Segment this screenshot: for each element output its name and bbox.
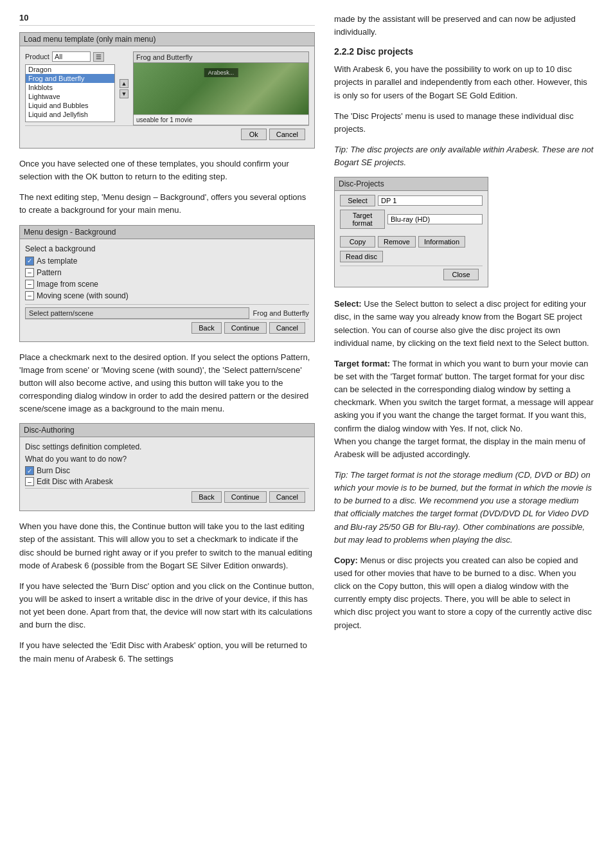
md-widget-body: Select a background ✓ As template – Patt… bbox=[20, 239, 314, 341]
list-item[interactable]: Liquid and Bubbles bbox=[26, 101, 114, 110]
right-text2: The 'Disc Projects' menu is used to mana… bbox=[334, 110, 594, 136]
md-scene-value: Frog and Butterfly bbox=[253, 309, 309, 317]
lmt-template-list[interactable]: Dragon Frog and Butterfly Inkblots Light… bbox=[25, 64, 115, 122]
dp-widget-body: Select Target format Copy Remove Informa… bbox=[335, 191, 488, 287]
list-item[interactable]: Inkblots bbox=[26, 83, 114, 92]
dp-close-row: Close bbox=[340, 266, 483, 283]
da-widget-title: Disc-Authoring bbox=[20, 424, 314, 437]
da-burn-row: ✓ Burn Disc bbox=[25, 466, 309, 475]
md-option-template-row: ✓ As template bbox=[25, 257, 309, 266]
checkbox-template[interactable]: ✓ bbox=[25, 257, 34, 266]
list-item[interactable]: Dragon bbox=[26, 65, 114, 74]
checkbox-image[interactable]: – bbox=[25, 280, 34, 289]
left-text2: The next editing step, 'Menu design – Ba… bbox=[19, 191, 315, 217]
da-continue-button[interactable]: Continue bbox=[224, 491, 267, 503]
lmt-preview-footer: useable for 1 movie bbox=[134, 114, 308, 125]
lmt-product-select[interactable]: All bbox=[52, 51, 91, 62]
dp-copy-button[interactable]: Copy bbox=[340, 236, 375, 248]
right-text1: With Arabesk 6, you have the possibility… bbox=[334, 63, 594, 102]
left-column: 10 Load menu template (only main menu) P… bbox=[19, 13, 315, 673]
md-bottom-row: Select pattern/scene Frog and Butterfly bbox=[25, 304, 309, 319]
right-column: made by the assistant will be preserved … bbox=[334, 13, 594, 673]
checkbox-burn[interactable]: ✓ bbox=[25, 466, 34, 475]
menu-design-widget: Menu design - Background Select a backgr… bbox=[19, 225, 315, 342]
dp-select-row: Select bbox=[340, 195, 483, 206]
lmt-scroll-controls: ▲ ▼ bbox=[119, 51, 129, 125]
left-text1: Once you have selected one of these temp… bbox=[19, 158, 315, 183]
dp-info-button[interactable]: Information bbox=[418, 236, 465, 248]
dp-select-field[interactable] bbox=[378, 195, 483, 206]
lmt-preview-image: Arabesk... bbox=[134, 63, 308, 114]
md-option-image-label: Image from scene bbox=[37, 280, 98, 289]
left-text3: Place a checkmark next to the desired op… bbox=[19, 351, 315, 416]
copy-text: Menus or disc projects you created can a… bbox=[334, 556, 592, 630]
da-edit-row: – Edit Disc with Arabesk bbox=[25, 477, 309, 486]
dp-target-field[interactable] bbox=[387, 214, 483, 224]
md-option-pattern-row: – Pattern bbox=[25, 268, 309, 277]
dp-target-row: Target format bbox=[340, 210, 483, 229]
md-cancel-button[interactable]: Cancel bbox=[269, 322, 305, 334]
target-term: Target format: bbox=[334, 359, 390, 368]
lmt-left-panel: Product All ☰ Dragon Frog and Butterfly … bbox=[25, 51, 115, 125]
list-item[interactable]: Lightwave bbox=[26, 92, 114, 101]
load-menu-template-widget: Load menu template (only main menu) Prod… bbox=[19, 32, 315, 149]
dp-select-button[interactable]: Select bbox=[340, 195, 375, 206]
lmt-widget-body: Product All ☰ Dragon Frog and Butterfly … bbox=[20, 46, 314, 148]
lmt-menu-icon[interactable]: ☰ bbox=[93, 52, 104, 62]
md-scene-select-btn[interactable]: Select pattern/scene bbox=[25, 307, 249, 319]
left-text5: If you have selected the 'Burn Disc' opt… bbox=[19, 580, 315, 632]
md-back-button[interactable]: Back bbox=[191, 322, 221, 334]
da-edit-label: Edit Disc with Arabesk bbox=[37, 477, 113, 486]
lmt-container: Product All ☰ Dragon Frog and Butterfly … bbox=[25, 51, 309, 125]
right-tip2: Tip: The target format is not the storag… bbox=[334, 469, 594, 547]
dp-remove-button[interactable]: Remove bbox=[378, 236, 416, 248]
left-text4: When you have done this, the Continue bu… bbox=[19, 520, 315, 572]
page-number: 10 bbox=[19, 13, 315, 26]
md-option-moving-label: Moving scene (with sound) bbox=[37, 291, 129, 300]
md-continue-button[interactable]: Continue bbox=[224, 322, 267, 334]
right-tip1: Tip: The disc projects are only availabl… bbox=[334, 143, 594, 169]
dp-read-disc-button[interactable]: Read disc bbox=[340, 251, 383, 262]
md-option-moving-row: – Moving scene (with sound) bbox=[25, 291, 309, 300]
lmt-preview-title: Frog and Butterfly bbox=[134, 52, 308, 63]
checkbox-moving[interactable]: – bbox=[25, 291, 34, 300]
lmt-product-label: Product bbox=[25, 53, 49, 60]
list-item[interactable]: Liquid and Jellyfish bbox=[26, 110, 114, 119]
disc-authoring-widget: Disc-Authoring Disc settings definition … bbox=[19, 423, 315, 511]
scroll-down-btn[interactable]: ▼ bbox=[120, 89, 129, 98]
section-heading: 2.2.2 Disc projects bbox=[334, 46, 594, 57]
left-text6: If you have selected the 'Edit Disc with… bbox=[19, 639, 315, 665]
da-info-text: Disc settings definition completed. bbox=[25, 442, 309, 451]
da-cancel-button[interactable]: Cancel bbox=[269, 491, 305, 503]
lmt-ok-button[interactable]: Ok bbox=[241, 129, 267, 140]
md-buttons: Back Continue Cancel bbox=[25, 319, 309, 336]
da-widget-body: Disc settings definition completed. What… bbox=[20, 437, 314, 511]
right-text-cont: made by the assistant will be preserved … bbox=[334, 13, 594, 39]
select-term: Select: bbox=[334, 299, 362, 309]
dp-target-button[interactable]: Target format bbox=[340, 210, 385, 229]
checkbox-edit[interactable]: – bbox=[25, 477, 34, 486]
da-burn-label: Burn Disc bbox=[37, 466, 70, 475]
right-target-para: Target format: The format in which you w… bbox=[334, 357, 594, 461]
dp-read-row: Read disc bbox=[340, 251, 483, 262]
lmt-header-row: Product All ☰ bbox=[25, 51, 115, 62]
md-option-pattern-label: Pattern bbox=[37, 268, 62, 277]
md-option-image-row: – Image from scene bbox=[25, 280, 309, 289]
target-text: The format in which you want to burn you… bbox=[334, 359, 594, 459]
dp-copy-row: Copy Remove Information bbox=[340, 236, 483, 248]
list-item[interactable]: Frog and Butterfly bbox=[26, 74, 114, 83]
md-widget-title: Menu design - Background bbox=[20, 226, 314, 239]
scroll-up-btn[interactable]: ▲ bbox=[120, 79, 129, 88]
dp-close-button[interactable]: Close bbox=[443, 269, 479, 280]
lmt-preview-overlay: Arabesk... bbox=[204, 68, 238, 77]
right-copy-para: Copy: Menus or disc projects you created… bbox=[334, 554, 594, 632]
disc-projects-widget: Disc-Projects Select Target format Copy … bbox=[334, 177, 488, 287]
lmt-preview-panel: Frog and Butterfly Arabesk... useable fo… bbox=[133, 51, 309, 125]
dp-widget-title: Disc-Projects bbox=[335, 177, 488, 191]
lmt-widget-title: Load menu template (only main menu) bbox=[20, 33, 314, 46]
select-text: Use the Select button to select a disc p… bbox=[334, 299, 589, 347]
lmt-cancel-button[interactable]: Cancel bbox=[269, 129, 305, 140]
da-back-button[interactable]: Back bbox=[191, 491, 221, 503]
lmt-buttons: Ok Cancel bbox=[25, 125, 309, 143]
checkbox-pattern[interactable]: – bbox=[25, 268, 34, 277]
